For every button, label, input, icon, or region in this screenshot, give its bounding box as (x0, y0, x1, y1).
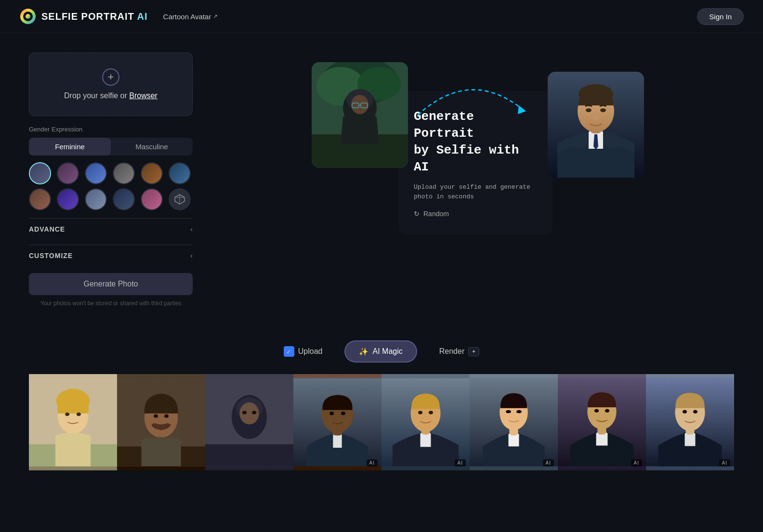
gallery-row: AI (29, 374, 734, 470)
gallery-item-4[interactable]: AI (293, 374, 382, 470)
left-panel: + Drop your selfie or Browser Gender Exp… (29, 52, 193, 307)
refresh-icon: ↻ (414, 210, 420, 218)
svg-point-27 (65, 413, 69, 416)
avatar-item-10[interactable] (113, 188, 135, 210)
generate-photo-button[interactable]: Generate Photo (29, 273, 193, 295)
svg-point-13 (351, 95, 368, 114)
render-badge: ✦ (468, 347, 479, 356)
svg-point-46 (341, 412, 345, 415)
upload-plus-icon: + (102, 68, 119, 86)
advance-label: ADVANCE (29, 225, 65, 233)
header: SELFIE PORTRAIT AI Cartoon Avatar ↗ Sign… (0, 0, 763, 33)
gallery-ai-badge-6: AI (543, 459, 554, 467)
header-left: SELFIE PORTRAIT AI Cartoon Avatar ↗ (19, 8, 218, 25)
advance-accordion: ADVANCE ‹ (29, 218, 193, 237)
feminine-button[interactable]: Feminine (29, 138, 111, 156)
upload-dropzone[interactable]: + Drop your selfie or Browser (29, 52, 193, 116)
gallery-image-8 (646, 374, 734, 470)
customize-accordion: CUSTOMIZE ‹ (29, 245, 193, 263)
avatar-item-5[interactable] (141, 162, 163, 184)
random-button[interactable]: ↻ Random (414, 210, 449, 218)
tab-upload-label: Upload (298, 347, 323, 356)
gender-section-label: Gender Expression (29, 126, 193, 133)
masculine-button[interactable]: Masculine (111, 138, 193, 156)
tabs-section: ✓ Upload ✨ AI Magic Render ✦ (0, 326, 763, 480)
avatar-item-4[interactable] (113, 162, 135, 184)
portrait-illustration (548, 72, 644, 178)
gallery-item-7[interactable]: AI (558, 374, 646, 470)
hero-text-box: Generate Portraitby Selfie with AI Uploa… (398, 91, 553, 235)
logo-icon (19, 8, 37, 25)
svg-point-65 (683, 410, 687, 413)
browser-link[interactable]: Browser (129, 91, 158, 100)
tab-render[interactable]: Render ✦ (425, 340, 494, 363)
gallery-image-7 (558, 374, 646, 470)
svg-point-28 (77, 413, 81, 416)
svg-point-39 (242, 411, 247, 414)
gallery-ai-badge-4: AI (367, 459, 378, 467)
avatar-item-2[interactable] (57, 162, 79, 184)
gallery-ai-badge-7: AI (631, 459, 642, 467)
svg-point-33 (164, 415, 169, 418)
tab-ai-magic-label: AI Magic (372, 347, 402, 356)
gallery-item-3[interactable] (205, 374, 293, 470)
gallery-image-3 (205, 374, 293, 470)
hero-title: Generate Portraitby Selfie with AI (414, 108, 537, 176)
gallery-item-6[interactable]: AI (470, 374, 558, 470)
advance-header[interactable]: ADVANCE ‹ (29, 219, 193, 237)
tab-render-label: Render (439, 347, 464, 356)
gallery-item-5[interactable]: AI (382, 374, 470, 470)
gallery-image-5 (382, 374, 470, 470)
customize-header[interactable]: CUSTOMIZE ‹ (29, 245, 193, 263)
gallery-ai-badge-5: AI (455, 459, 466, 467)
main-content: + Drop your selfie or Browser Gender Exp… (0, 33, 763, 326)
logo[interactable]: SELFIE PORTRAIT AI (19, 8, 148, 25)
ai-magic-icon: ✨ (359, 347, 368, 356)
logo-text: SELFIE PORTRAIT AI (41, 11, 148, 22)
avatar-item-1[interactable] (29, 162, 51, 184)
tab-upload[interactable]: ✓ Upload (269, 340, 337, 363)
external-link-icon: ↗ (213, 13, 218, 20)
tab-ai-magic[interactable]: ✨ AI Magic (344, 340, 417, 363)
advance-chevron: ‹ (190, 225, 193, 233)
svg-point-40 (252, 411, 256, 414)
svg-point-51 (429, 411, 433, 414)
sign-in-button[interactable]: Sign In (697, 8, 744, 25)
customize-label: CUSTOMIZE (29, 252, 73, 260)
svg-point-55 (506, 410, 511, 413)
avatar-item-8[interactable] (57, 188, 79, 210)
gallery-item-8[interactable]: AI (646, 374, 734, 470)
upload-check-icon: ✓ (284, 346, 294, 357)
avatar-item-9[interactable] (85, 188, 107, 210)
avatar-item-7[interactable] (29, 188, 51, 210)
portrait-result-card (548, 72, 644, 178)
svg-point-45 (329, 412, 334, 415)
hero-container: Generate Portraitby Selfie with AI Uploa… (312, 62, 644, 235)
cartoon-avatar-link[interactable]: Cartoon Avatar ↗ (163, 13, 218, 21)
selfie-input-card (312, 62, 408, 168)
svg-point-22 (586, 108, 592, 112)
svg-point-61 (605, 409, 609, 413)
svg-point-23 (600, 108, 606, 112)
svg-point-66 (693, 410, 697, 413)
gallery-ai-badge-8: AI (719, 459, 730, 467)
svg-point-56 (516, 410, 522, 413)
gender-toggle: Feminine Masculine (29, 138, 193, 156)
svg-point-2 (26, 14, 30, 19)
svg-rect-41 (205, 444, 293, 467)
gallery-image-1 (29, 374, 117, 470)
hero-subtitle: Upload your selfie and generate photo in… (414, 182, 537, 201)
gallery-image-6 (470, 374, 558, 470)
avatar-item-3d[interactable] (169, 188, 191, 210)
avatar-item-6[interactable] (169, 162, 191, 184)
svg-point-50 (418, 411, 422, 414)
privacy-note: Your photos won't be stored or shared wi… (29, 300, 193, 307)
selfie-image (312, 62, 408, 168)
gallery-item-1[interactable] (29, 374, 117, 470)
svg-point-60 (594, 409, 599, 413)
portrait-image (548, 72, 644, 178)
avatar-item-11[interactable] (141, 188, 163, 210)
hero-section: Generate Portraitby Selfie with AI Uploa… (222, 52, 734, 307)
gallery-item-2[interactable] (117, 374, 205, 470)
avatar-item-3[interactable] (85, 162, 107, 184)
